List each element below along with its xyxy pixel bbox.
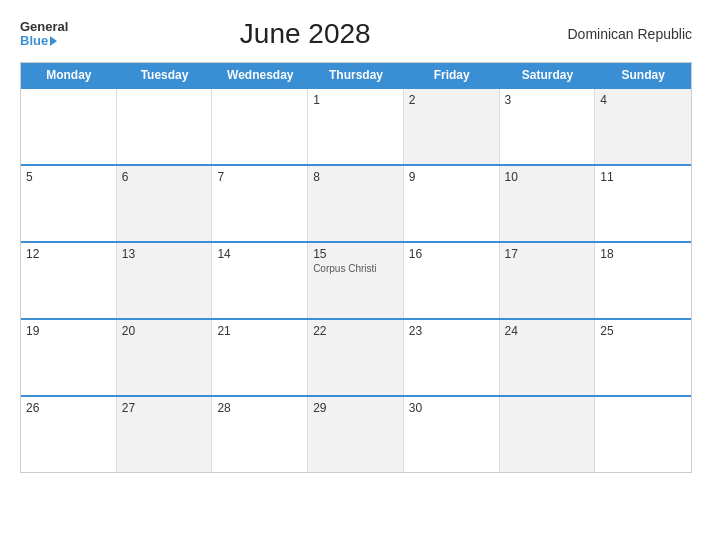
day-number: 24: [505, 324, 590, 338]
calendar-header-cell: Thursday: [308, 63, 404, 87]
calendar-cell: 5: [21, 166, 117, 241]
calendar-cell: 23: [404, 320, 500, 395]
header: General Blue June 2028 Dominican Republi…: [20, 18, 692, 50]
day-number: 9: [409, 170, 494, 184]
day-number: 2: [409, 93, 494, 107]
calendar-cell: 3: [500, 89, 596, 164]
calendar-cell: 15Corpus Christi: [308, 243, 404, 318]
calendar-cell: [500, 397, 596, 472]
day-number: 21: [217, 324, 302, 338]
day-number: 19: [26, 324, 111, 338]
calendar-cell: 6: [117, 166, 213, 241]
calendar-cell: 11: [595, 166, 691, 241]
day-number: 28: [217, 401, 302, 415]
calendar-row: 2627282930: [21, 395, 691, 472]
calendar-cell: 27: [117, 397, 213, 472]
day-number: 3: [505, 93, 590, 107]
day-number: 22: [313, 324, 398, 338]
calendar-cell: [212, 89, 308, 164]
calendar-header-cell: Tuesday: [117, 63, 213, 87]
calendar-row: 19202122232425: [21, 318, 691, 395]
day-number: 27: [122, 401, 207, 415]
day-number: 14: [217, 247, 302, 261]
day-number: 15: [313, 247, 398, 261]
day-number: 13: [122, 247, 207, 261]
calendar-cell: 12: [21, 243, 117, 318]
calendar-cell: 25: [595, 320, 691, 395]
day-number: 29: [313, 401, 398, 415]
day-number: 4: [600, 93, 686, 107]
calendar-cell: 14: [212, 243, 308, 318]
logo-triangle-icon: [50, 36, 57, 46]
day-number: 18: [600, 247, 686, 261]
calendar-row: 567891011: [21, 164, 691, 241]
calendar: MondayTuesdayWednesdayThursdayFridaySatu…: [20, 62, 692, 473]
calendar-header: MondayTuesdayWednesdayThursdayFridaySatu…: [21, 63, 691, 87]
calendar-cell: [595, 397, 691, 472]
calendar-header-cell: Sunday: [595, 63, 691, 87]
calendar-cell: 16: [404, 243, 500, 318]
calendar-body: 123456789101112131415Corpus Christi16171…: [21, 87, 691, 472]
day-number: 8: [313, 170, 398, 184]
logo-blue: Blue: [20, 34, 68, 48]
calendar-cell: 30: [404, 397, 500, 472]
calendar-cell: [21, 89, 117, 164]
calendar-row: 12131415Corpus Christi161718: [21, 241, 691, 318]
country-label: Dominican Republic: [542, 26, 692, 42]
calendar-cell: 28: [212, 397, 308, 472]
calendar-row: 1234: [21, 87, 691, 164]
day-number: 26: [26, 401, 111, 415]
calendar-cell: 17: [500, 243, 596, 318]
calendar-cell: 2: [404, 89, 500, 164]
calendar-cell: 21: [212, 320, 308, 395]
holiday-label: Corpus Christi: [313, 263, 398, 274]
calendar-cell: 1: [308, 89, 404, 164]
calendar-cell: 4: [595, 89, 691, 164]
calendar-header-cell: Saturday: [500, 63, 596, 87]
logo: General Blue: [20, 20, 68, 49]
day-number: 1: [313, 93, 398, 107]
day-number: 17: [505, 247, 590, 261]
calendar-header-cell: Wednesday: [212, 63, 308, 87]
day-number: 12: [26, 247, 111, 261]
calendar-header-cell: Friday: [404, 63, 500, 87]
calendar-cell: 7: [212, 166, 308, 241]
day-number: 20: [122, 324, 207, 338]
day-number: 10: [505, 170, 590, 184]
calendar-cell: 9: [404, 166, 500, 241]
calendar-cell: 22: [308, 320, 404, 395]
day-number: 11: [600, 170, 686, 184]
calendar-header-cell: Monday: [21, 63, 117, 87]
calendar-cell: 19: [21, 320, 117, 395]
day-number: 5: [26, 170, 111, 184]
page-title: June 2028: [68, 18, 542, 50]
day-number: 7: [217, 170, 302, 184]
calendar-cell: 13: [117, 243, 213, 318]
calendar-cell: 26: [21, 397, 117, 472]
calendar-cell: 24: [500, 320, 596, 395]
calendar-cell: 20: [117, 320, 213, 395]
page: General Blue June 2028 Dominican Republi…: [0, 0, 712, 550]
logo-general: General: [20, 20, 68, 34]
calendar-cell: [117, 89, 213, 164]
calendar-cell: 10: [500, 166, 596, 241]
day-number: 25: [600, 324, 686, 338]
day-number: 23: [409, 324, 494, 338]
calendar-cell: 18: [595, 243, 691, 318]
calendar-cell: 29: [308, 397, 404, 472]
calendar-cell: 8: [308, 166, 404, 241]
day-number: 30: [409, 401, 494, 415]
day-number: 16: [409, 247, 494, 261]
day-number: 6: [122, 170, 207, 184]
